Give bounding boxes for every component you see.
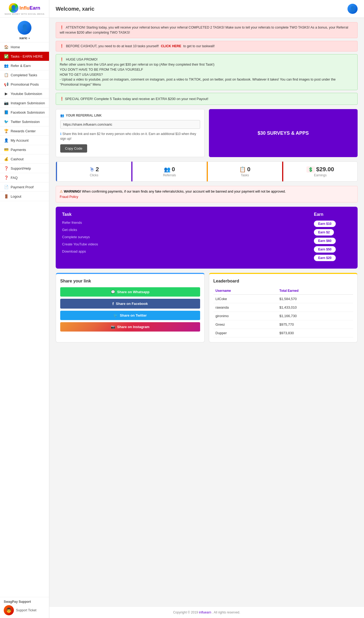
referral-link-input[interactable] <box>60 120 200 129</box>
top-bar-avatar[interactable]: 👤 <box>347 4 358 14</box>
alert-cashout-after: to get to our taskwall! <box>183 44 215 48</box>
refer-icon: 👥 <box>4 63 9 68</box>
support-ticket-link[interactable]: Support Ticket <box>16 608 37 612</box>
earn-btn-3[interactable]: Earn $50 <box>314 246 336 253</box>
nav-item-cashout[interactable]: 💰 Cashout <box>0 154 49 164</box>
referrals-icon: 👥 <box>164 166 171 173</box>
nav-item-logout[interactable]: 🚪 Logout <box>0 192 49 201</box>
referrals-label: Referrals <box>135 173 204 177</box>
footer: Copyright © 2019 influearn . All rights … <box>49 607 364 618</box>
nav-item-facebook[interactable]: 📘 Facebook Submission <box>0 108 49 117</box>
surveys-apps-button[interactable]: $30 SURVEYS & APPS <box>209 109 358 157</box>
leaderboard-title: Leaderboard <box>213 279 353 284</box>
task-item-0: Refer friends <box>62 221 303 225</box>
nav-item-tasks[interactable]: ✅ Tasks - EARN HERE <box>0 52 49 61</box>
support-icon: ❓ <box>4 166 9 170</box>
lb-earned-3: $975,770 <box>277 320 353 329</box>
referral-title: 👥 YOUR REFERRAL LINK <box>60 114 200 117</box>
share-whatsapp-button[interactable]: 💬 Share on Whatsapp <box>60 287 200 297</box>
nav-item-youtube[interactable]: ▶ Youtube Submission <box>0 89 49 98</box>
lb-username-3: Greez <box>213 320 277 329</box>
clicks-value: 2 <box>96 166 99 173</box>
nav-item-promotional[interactable]: 📢 Promotional Posts <box>0 80 49 89</box>
alert-special-icon: ❗ <box>60 97 64 101</box>
earn-btn-2[interactable]: Earn $60 <box>314 238 336 244</box>
lb-col-username: Username <box>213 287 277 294</box>
top-bar: Welcome, xaric 👤 <box>49 0 364 18</box>
support-title: SwagPay Support <box>4 600 45 604</box>
alert-referral-text: ATTENTION! Starting today, you will rece… <box>60 26 348 34</box>
earn-btn-4[interactable]: Earn $20 <box>314 255 336 261</box>
twitter-icon: 🐦 <box>4 119 9 124</box>
lb-username-4: Dupper <box>213 329 277 337</box>
nav-item-twitter[interactable]: 🐦 Twitter Submission <box>0 117 49 126</box>
ref-title-icon: 👥 <box>60 114 64 117</box>
stat-clicks: 🖱 2 Clicks <box>56 162 131 181</box>
cashout-icon: 💰 <box>4 157 9 161</box>
warning-icon: ⚠ <box>60 190 63 193</box>
footer-link[interactable]: influearn <box>199 611 211 614</box>
clicks-label: Clicks <box>60 173 128 177</box>
tasks-icon: ✅ <box>4 54 9 58</box>
account-icon: 👤 <box>4 138 9 142</box>
fraud-policy-link[interactable]: Fraud Policy <box>60 195 78 199</box>
nav-item-payments[interactable]: 💳 Payments <box>0 145 49 154</box>
nav-item-home[interactable]: 🏠 Home <box>0 42 49 52</box>
copy-code-button[interactable]: Copy Code <box>60 144 87 153</box>
nav-item-refer[interactable]: 👥 Refer & Earn <box>0 61 49 70</box>
lb-username-1: rawanda <box>213 303 277 312</box>
nav-item-payment-proof[interactable]: 📄 Payment Proof <box>0 182 49 192</box>
click-here-link[interactable]: CLICK HERE <box>161 44 181 48</box>
stat-referrals: 👥 0 Referrals <box>131 162 207 181</box>
nav-item-instagram[interactable]: 📷 Instagram Submission <box>0 98 49 108</box>
lb-row-2: gironimo $1,166,730 <box>213 312 353 320</box>
alert-usa-promo: ❗ HUGE USA PROMO! Refer other users from… <box>56 54 358 90</box>
task-item-4: Download apps <box>62 249 303 253</box>
share-twitter-button[interactable]: 🐦 Share on Twitter <box>60 311 200 320</box>
instagram-share-icon: 📷 <box>111 325 115 329</box>
logo-tagline: MAKE MONEY WITH SOCIAL MEDIA <box>3 13 46 15</box>
nav-item-rewards[interactable]: 🏆 Rewards Center <box>0 126 49 136</box>
logo-area: 👤 InfluEarn MAKE MONEY WITH SOCIAL MEDIA <box>0 0 49 18</box>
page-title: Welcome, xaric <box>56 6 94 12</box>
twitter-share-icon: 🐦 <box>114 313 118 317</box>
user-name[interactable]: xaric ▾ <box>0 36 49 40</box>
leaderboard-card: Leaderboard Username Total Earned LilCok… <box>209 273 358 342</box>
lb-earned-0: $1,584,570 <box>277 294 353 303</box>
share-facebook-button[interactable]: f Share on Facebook <box>60 299 200 309</box>
home-icon: 🏠 <box>4 45 9 49</box>
footer-text-after: . All rights reserved. <box>212 611 240 614</box>
share-leaderboard-row: Share your link 💬 Share on Whatsapp f Sh… <box>56 273 358 342</box>
faq-icon: ❓ <box>4 176 9 180</box>
clicks-icon: 🖱 <box>89 166 95 173</box>
support-user: 👨 Support Ticket <box>4 605 45 615</box>
instagram-icon: 📷 <box>4 101 9 105</box>
stat-tasks: 📋 0 Tasks <box>207 162 282 181</box>
tasks-label: Tasks <box>211 173 279 177</box>
share-card: Share your link 💬 Share on Whatsapp f Sh… <box>56 273 205 342</box>
completed-icon: 📋 <box>4 73 9 77</box>
earn-column: Earn Earn $10 Earn $2 Earn $60 Earn $50 … <box>314 212 351 263</box>
stat-earnings: 💲 $29.00 Earnings <box>282 162 357 181</box>
referral-surveys-row: 👥 YOUR REFERRAL LINK ℹ Share this link a… <box>56 109 358 157</box>
alert-usa-text: HUGE USA PROMO! Refer other users from t… <box>60 58 336 86</box>
share-instagram-button[interactable]: 📷 Share on Instagram <box>60 322 200 332</box>
ref-share-text: ℹ Share this link and earn $2 for every … <box>60 131 200 141</box>
referrals-value: 0 <box>172 166 175 173</box>
task-item-1: Get clicks <box>62 228 303 232</box>
nav-item-support[interactable]: ❓ Support/Help <box>0 164 49 173</box>
earn-btn-1[interactable]: Earn $2 <box>314 229 334 236</box>
footer-text-before: Copyright © 2019 <box>173 611 198 614</box>
surveys-section: $30 SURVEYS & APPS <box>209 109 358 157</box>
payments-icon: 💳 <box>4 147 9 152</box>
support-avatar: 👨 <box>4 605 14 615</box>
warning-text-bold: WARNING! <box>64 190 81 193</box>
nav-item-account[interactable]: 👤 My Account <box>0 136 49 145</box>
earn-btn-0[interactable]: Earn $10 <box>314 221 336 227</box>
nav-item-faq[interactable]: ❓ FAQ <box>0 173 49 182</box>
referral-section: 👥 YOUR REFERRAL LINK ℹ Share this link a… <box>56 109 205 157</box>
nav-item-completed[interactable]: 📋 Completed Tasks <box>0 70 49 80</box>
lb-row-4: Dupper $973,830 <box>213 329 353 337</box>
alert-exclaim-icon: ❗ <box>60 26 64 29</box>
alert-usa-icon: ❗ <box>60 58 64 61</box>
